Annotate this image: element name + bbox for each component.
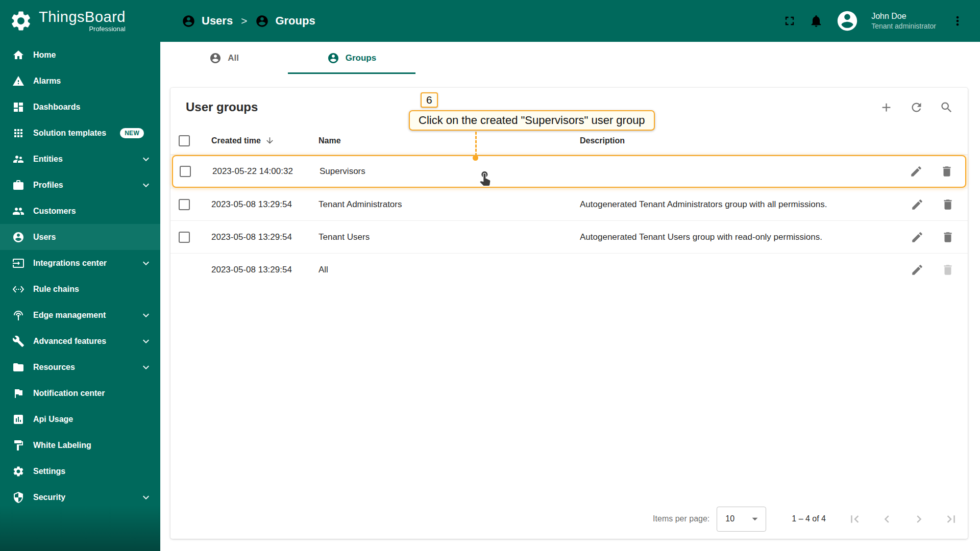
sidebar-item-label: Settings: [33, 467, 65, 476]
sidebar-item-label: Notification center: [33, 389, 105, 398]
row-actions: [878, 263, 960, 277]
row-checkbox[interactable]: [179, 232, 190, 243]
sidebar-item-resources[interactable]: Resources: [0, 354, 160, 380]
sidebar-item-label: Api Usage: [33, 415, 73, 424]
row-actions: [878, 231, 960, 244]
sidebar-item-rule-chains[interactable]: Rule chains: [0, 276, 160, 302]
user-role: Tenant administrator: [871, 21, 936, 31]
sidebar-item-dashboards[interactable]: Dashboards: [0, 94, 160, 120]
sidebar-item-solution-templates[interactable]: Solution templates NEW: [0, 120, 160, 146]
user-circle-icon: [255, 14, 269, 28]
items-per-page-label: Items per page:: [653, 514, 709, 523]
chevron-down-icon: [140, 179, 152, 191]
table-row-tenant-users[interactable]: 2023-05-08 13:29:54 Tenant Users Autogen…: [170, 220, 968, 253]
sidebar-item-label: Advanced features: [33, 337, 106, 346]
sort-descending-icon: [265, 136, 275, 145]
row-checkbox[interactable]: [180, 166, 191, 177]
name-cell: All: [318, 265, 580, 275]
delete-button[interactable]: [941, 198, 954, 211]
tab-label: Groups: [346, 53, 376, 63]
breadcrumb-users[interactable]: Users: [182, 14, 233, 28]
sidebar-item-home[interactable]: Home: [0, 42, 160, 68]
add-entity-button[interactable]: [879, 101, 893, 114]
row-actions: [877, 165, 959, 178]
search-button[interactable]: [940, 101, 953, 114]
pager-controls: [847, 512, 959, 527]
user-circle-icon: [182, 14, 195, 28]
row-checkbox[interactable]: [179, 199, 190, 210]
fullscreen-icon[interactable]: [782, 14, 797, 28]
column-header-created-time[interactable]: Created time: [211, 136, 318, 145]
advanced-features-icon: [12, 335, 24, 347]
sidebar-nav: Home Alarms Dashboards Solution template…: [0, 42, 160, 510]
sidebar-item-security[interactable]: Security: [0, 484, 160, 510]
logo-text: ThingsBoard Professional: [39, 9, 126, 32]
user-circle-icon: [327, 52, 339, 64]
items-per-page-select[interactable]: 10: [717, 507, 766, 532]
edit-button[interactable]: [910, 165, 923, 178]
more-vert-icon[interactable]: [950, 14, 965, 28]
sidebar-item-settings[interactable]: Settings: [0, 458, 160, 484]
page-range-label: 1 – 4 of 4: [792, 514, 826, 523]
tab-all[interactable]: All: [160, 42, 288, 74]
sidebar-item-users[interactable]: Users: [0, 224, 160, 250]
dropdown-caret-icon: [748, 512, 762, 525]
integrations-center-icon: [12, 257, 24, 269]
breadcrumb-groups[interactable]: Groups: [255, 14, 315, 28]
delete-button: [941, 263, 954, 277]
content-area: All Groups User groups: [160, 42, 980, 551]
sidebar-item-advanced-features[interactable]: Advanced features: [0, 328, 160, 354]
first-page-button[interactable]: [847, 512, 862, 527]
sidebar-item-edge-management[interactable]: Edge management: [0, 302, 160, 328]
sidebar-item-alarms[interactable]: Alarms: [0, 68, 160, 94]
table-header-row: Created time Name Description: [170, 127, 968, 155]
sidebar: ThingsBoard Professional Home Alarms Das…: [0, 0, 160, 551]
column-header-name[interactable]: Name: [318, 136, 580, 145]
sidebar-item-label: Dashboards: [33, 103, 80, 112]
edit-button[interactable]: [911, 263, 924, 277]
users-icon: [12, 231, 24, 243]
hand-cursor-icon: [477, 169, 493, 186]
sidebar-item-api-usage[interactable]: Api Usage: [0, 406, 160, 432]
breadcrumb-label: Groups: [275, 14, 315, 28]
table-row-tenant-administrators[interactable]: 2023-05-08 13:29:54 Tenant Administrator…: [170, 188, 968, 220]
sidebar-item-notification-center[interactable]: Notification center: [0, 380, 160, 406]
created-time-cell: 2023-05-08 13:29:54: [211, 265, 318, 275]
annotation-dashed-line: [475, 132, 477, 156]
chevron-down-icon: [140, 309, 152, 321]
last-page-button[interactable]: [944, 512, 959, 527]
edit-button[interactable]: [911, 231, 924, 244]
sidebar-item-integrations-center[interactable]: Integrations center: [0, 250, 160, 276]
column-header-description[interactable]: Description: [580, 136, 878, 145]
tab-groups[interactable]: Groups: [288, 42, 415, 74]
refresh-button[interactable]: [910, 101, 923, 114]
sidebar-item-label: Home: [33, 51, 56, 60]
sidebar-item-profiles[interactable]: Profiles: [0, 172, 160, 198]
select-all-checkbox[interactable]: [179, 135, 190, 146]
next-page-button[interactable]: [912, 512, 926, 527]
notifications-bell-icon[interactable]: [809, 14, 823, 28]
paginator: Items per page: 10 1 – 4 of 4: [170, 499, 968, 539]
table-row-all[interactable]: 2023-05-08 13:29:54 All: [170, 253, 968, 286]
thingsboard-logo[interactable]: ThingsBoard Professional: [0, 0, 160, 42]
resources-icon: [12, 361, 24, 373]
table-row-supervisors[interactable]: 2023-05-22 14:00:32 Supervisors: [172, 155, 966, 188]
settings-icon: [12, 465, 24, 478]
customers-icon: [12, 205, 24, 217]
sidebar-item-label: Integrations center: [33, 259, 107, 268]
previous-page-button[interactable]: [879, 512, 894, 527]
breadcrumb-label: Users: [202, 14, 233, 28]
sidebar-item-customers[interactable]: Customers: [0, 198, 160, 224]
sidebar-item-white-labeling[interactable]: White Labeling: [0, 432, 160, 458]
thingsboard-logo-icon: [9, 9, 33, 33]
avatar[interactable]: [836, 9, 859, 33]
edit-button[interactable]: [911, 198, 924, 211]
sidebar-item-label: Entities: [33, 155, 63, 164]
top-header: Users > Groups John Doe Tenant administr…: [160, 0, 980, 42]
name-cell: Tenant Administrators: [318, 199, 580, 210]
sidebar-item-entities[interactable]: Entities: [0, 146, 160, 172]
delete-button[interactable]: [940, 165, 953, 178]
sidebar-item-label: Alarms: [33, 77, 61, 86]
api-usage-icon: [12, 413, 24, 425]
delete-button[interactable]: [941, 231, 954, 244]
